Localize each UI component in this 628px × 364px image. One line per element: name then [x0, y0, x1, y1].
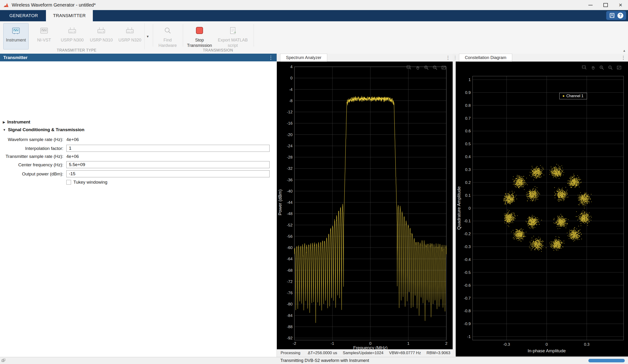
stop-transmission-label: Stop Transmission [186, 38, 213, 48]
zoom-in-icon[interactable] [599, 65, 605, 70]
constellation-menu-icon[interactable]: ⋮ [621, 55, 626, 61]
svg-text:0: 0 [546, 342, 548, 347]
minimize-button[interactable] [583, 0, 598, 10]
toolbar-ribbon: Instrument NI-VST [0, 21, 628, 54]
usrp-n320-button[interactable]: USRP N320 [117, 23, 143, 50]
autoscale-icon[interactable] [441, 65, 447, 70]
svg-text:-52: -52 [287, 223, 293, 228]
svg-text:0.3: 0.3 [465, 168, 471, 172]
ni-vst-button[interactable]: NI-VST [32, 23, 56, 50]
maximize-button[interactable] [598, 0, 613, 10]
section-signal-conditioning[interactable]: ▼ Signal Conditioning & Transmission [3, 127, 84, 132]
toolbar-separator [254, 24, 254, 47]
tab-constellation-diagram[interactable]: Constellation Diagram [459, 54, 512, 61]
spectrum-plot-area[interactable]: 40-4-8-12-16-20-24-28-32-36-40-44-48-52-… [277, 61, 453, 349]
ni-vst-icon [39, 25, 49, 37]
find-hardware-button[interactable]: Find Hardware [155, 23, 180, 50]
svg-text:0.4: 0.4 [465, 155, 471, 159]
panel-menu-icon[interactable]: ⋮ [268, 55, 273, 61]
svg-text:1: 1 [469, 77, 471, 82]
pan-icon[interactable] [590, 65, 596, 70]
svg-text:-0.8: -0.8 [464, 309, 471, 313]
constellation-plot-area[interactable]: 10.90.80.70.60.50.40.30.20.10-0.1-0.2-0.… [456, 61, 628, 357]
zoom-out-icon[interactable] [608, 65, 613, 70]
svg-text:0: 0 [469, 206, 471, 211]
svg-text:-20: -20 [287, 132, 293, 137]
legend-channel-label: Channel 1 [566, 94, 583, 98]
legend: Channel 1 [559, 93, 587, 99]
transmitter-panel: Transmitter ⋮ ▶ Instrument ▼ Signal Cond… [0, 54, 277, 357]
svg-text:Quadrature Amplitude: Quadrature Amplitude [456, 186, 461, 230]
svg-text:-36: -36 [287, 178, 293, 182]
svg-text:-16: -16 [287, 121, 293, 125]
save-icon[interactable] [609, 12, 615, 18]
close-button[interactable]: × [613, 0, 628, 10]
datatip-icon[interactable] [406, 65, 412, 70]
usrp-n300-button[interactable]: USRP N300 [59, 23, 85, 50]
tab-spectrum-analyzer[interactable]: Spectrum Analyzer [280, 54, 327, 61]
ribbon-tab-bar: GENERATOR TRANSMITTER ? [0, 10, 628, 21]
zoom-in-icon[interactable] [424, 65, 429, 70]
instrument-icon [10, 25, 21, 37]
pan-icon[interactable] [415, 65, 421, 70]
zoom-out-icon[interactable] [432, 65, 438, 70]
instrument-button[interactable]: Instrument [3, 23, 29, 50]
usrp-n310-button[interactable]: USRP N310 [88, 23, 114, 50]
waveform-sample-rate-value: 4e+06 [66, 137, 79, 142]
svg-text:-8: -8 [289, 99, 293, 103]
spectrum-axes-toolbar [406, 65, 447, 70]
svg-text:-0.6: -0.6 [464, 283, 471, 288]
transmitter-panel-title: Transmitter [3, 55, 27, 60]
transmitter-panel-header: Transmitter ⋮ [0, 54, 277, 61]
svg-text:-56: -56 [287, 234, 293, 239]
center-frequency-label: Center frequency (Hz): [0, 162, 63, 168]
status-bar: Transmitting DVB-S2 waveform with Instru… [0, 357, 628, 364]
interpolation-factor-input[interactable] [66, 145, 270, 152]
export-matlab-script-button[interactable]: Export MATLAB script [215, 23, 250, 50]
svg-text:-68: -68 [287, 268, 293, 273]
window-title: Wireless Waveform Generator - untitled* [12, 2, 96, 8]
collapse-ribbon-icon[interactable]: ▴ [623, 48, 625, 53]
wireless-waveform-generator-window: Wireless Waveform Generator - untitled* … [0, 0, 628, 364]
autoscale-icon[interactable] [616, 65, 622, 70]
delta-t-value: ΔT=256.0000 us [308, 351, 337, 355]
ni-vst-label: NI-VST [37, 38, 51, 43]
vbw-value: VBW=69.0777 Hz [389, 351, 421, 355]
find-hardware-label: Find Hardware [156, 38, 180, 48]
svg-text:0: 0 [290, 76, 293, 80]
output-power-input[interactable] [66, 170, 270, 177]
transmitter-type-dropdown[interactable]: ▾ [144, 23, 151, 50]
center-frequency-input[interactable] [66, 161, 270, 168]
svg-text:-0.4: -0.4 [464, 257, 471, 262]
svg-text:-60: -60 [287, 245, 293, 250]
tab-transmitter[interactable]: TRANSMITTER [46, 10, 93, 21]
transmitter-sample-rate-label: Transmitter sample rate (Hz): [0, 154, 63, 159]
output-power-label: Output power (dBm): [0, 172, 63, 177]
processing-state: Processing [279, 351, 300, 355]
svg-text:1: 1 [407, 341, 409, 346]
stop-transmission-button[interactable]: Stop Transmission [186, 23, 213, 50]
svg-text:0.1: 0.1 [465, 193, 471, 198]
constellation-tabstrip: Constellation Diagram ⋮ [456, 54, 628, 61]
spectrum-tabstrip: Spectrum Analyzer ⋮ [277, 54, 453, 61]
svg-text:-32: -32 [287, 166, 293, 171]
section-instrument[interactable]: ▶ Instrument [3, 120, 30, 125]
svg-text:-2: -2 [293, 341, 296, 346]
svg-text:-1: -1 [330, 341, 334, 346]
usrp-n320-icon [124, 25, 135, 37]
svg-text:-44: -44 [287, 200, 293, 205]
datatip-icon[interactable] [582, 65, 587, 70]
constellation-diagram-panel: Constellation Diagram ⋮ 10.90.80.70.60.5… [456, 54, 628, 357]
help-icon[interactable]: ? [618, 13, 623, 18]
export-script-icon [227, 25, 238, 37]
quick-access-toolbar: ? [606, 11, 626, 20]
chevron-down-icon: ▾ [147, 34, 149, 39]
tab-generator[interactable]: GENERATOR [2, 10, 45, 21]
dock-icon[interactable] [1, 358, 6, 363]
usrp-n320-label: USRP N320 [118, 38, 141, 43]
spectrum-menu-icon[interactable]: ⋮ [446, 55, 450, 61]
svg-text:-24: -24 [287, 144, 293, 148]
tukey-windowing-checkbox[interactable] [66, 180, 71, 184]
svg-text:2: 2 [445, 341, 447, 346]
svg-text:Frequency (MHz): Frequency (MHz) [353, 345, 388, 349]
